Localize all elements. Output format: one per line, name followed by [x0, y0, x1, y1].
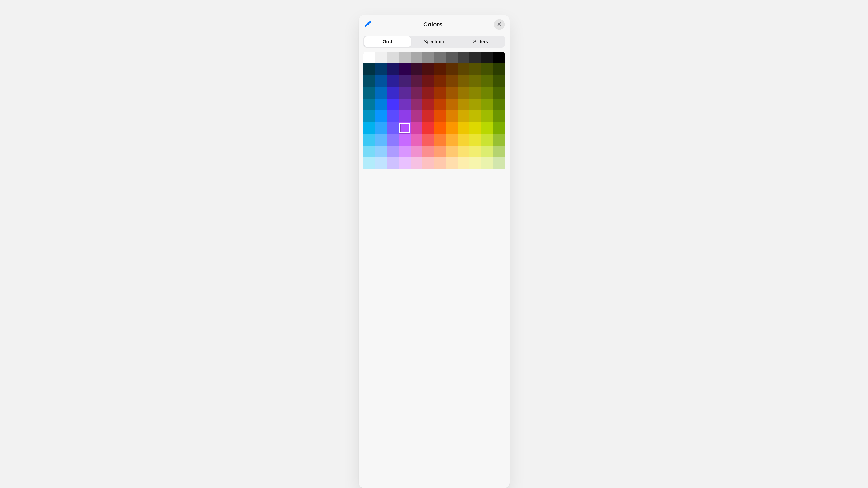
color-swatch[interactable] [446, 87, 458, 99]
color-swatch[interactable] [399, 87, 410, 99]
color-swatch[interactable] [469, 134, 481, 146]
color-swatch[interactable] [469, 158, 481, 169]
color-swatch[interactable] [399, 75, 410, 87]
color-swatch[interactable] [458, 52, 469, 63]
color-swatch[interactable] [446, 110, 458, 122]
color-swatch[interactable] [410, 158, 422, 169]
color-swatch[interactable] [458, 122, 469, 134]
tab-grid[interactable]: Grid [364, 36, 411, 47]
color-swatch[interactable] [481, 158, 493, 169]
color-swatch[interactable] [399, 158, 410, 169]
color-swatch[interactable] [481, 63, 493, 75]
color-swatch[interactable] [375, 146, 387, 158]
color-swatch[interactable] [493, 63, 504, 75]
color-swatch[interactable] [375, 134, 387, 146]
color-swatch[interactable] [399, 134, 410, 146]
color-swatch[interactable] [410, 110, 422, 122]
color-swatch[interactable] [364, 158, 375, 169]
color-swatch[interactable] [364, 134, 375, 146]
color-swatch[interactable] [375, 158, 387, 169]
color-swatch[interactable] [364, 146, 375, 158]
color-swatch[interactable] [493, 134, 504, 146]
color-swatch[interactable] [399, 122, 410, 134]
color-swatch[interactable] [375, 75, 387, 87]
color-swatch[interactable] [469, 122, 481, 134]
color-swatch[interactable] [446, 99, 458, 110]
eyedropper-button[interactable] [364, 20, 372, 29]
color-swatch[interactable] [410, 87, 422, 99]
color-swatch[interactable] [422, 52, 434, 63]
color-swatch[interactable] [364, 99, 375, 110]
color-swatch[interactable] [410, 63, 422, 75]
color-swatch[interactable] [434, 99, 446, 110]
color-swatch[interactable] [422, 75, 434, 87]
color-swatch[interactable] [375, 52, 387, 63]
color-swatch[interactable] [458, 63, 469, 75]
color-swatch[interactable] [493, 158, 504, 169]
color-swatch[interactable] [458, 110, 469, 122]
color-swatch[interactable] [422, 110, 434, 122]
color-swatch[interactable] [434, 146, 446, 158]
color-swatch[interactable] [434, 134, 446, 146]
color-swatch[interactable] [364, 87, 375, 99]
color-swatch[interactable] [387, 87, 399, 99]
color-swatch[interactable] [399, 146, 410, 158]
tab-spectrum[interactable]: Spectrum [411, 36, 457, 47]
color-swatch[interactable] [446, 75, 458, 87]
color-swatch[interactable] [375, 87, 387, 99]
color-swatch[interactable] [410, 75, 422, 87]
color-swatch[interactable] [458, 75, 469, 87]
color-swatch[interactable] [422, 87, 434, 99]
color-swatch[interactable] [399, 110, 410, 122]
color-swatch[interactable] [375, 110, 387, 122]
color-swatch[interactable] [493, 87, 504, 99]
color-swatch[interactable] [387, 75, 399, 87]
color-swatch[interactable] [410, 99, 422, 110]
color-swatch[interactable] [481, 146, 493, 158]
color-swatch[interactable] [399, 52, 410, 63]
color-swatch[interactable] [387, 158, 399, 169]
color-swatch[interactable] [446, 146, 458, 158]
color-swatch[interactable] [387, 110, 399, 122]
color-swatch[interactable] [481, 87, 493, 99]
color-swatch[interactable] [446, 63, 458, 75]
color-swatch[interactable] [422, 99, 434, 110]
color-swatch[interactable] [481, 122, 493, 134]
color-swatch[interactable] [375, 99, 387, 110]
color-swatch[interactable] [364, 122, 375, 134]
color-swatch[interactable] [469, 75, 481, 87]
color-swatch[interactable] [493, 146, 504, 158]
color-swatch[interactable] [446, 122, 458, 134]
color-swatch[interactable] [458, 99, 469, 110]
color-swatch[interactable] [410, 52, 422, 63]
color-swatch[interactable] [493, 75, 504, 87]
color-swatch[interactable] [410, 134, 422, 146]
color-swatch[interactable] [481, 52, 493, 63]
color-swatch[interactable] [469, 52, 481, 63]
color-swatch[interactable] [387, 134, 399, 146]
color-swatch[interactable] [387, 122, 399, 134]
color-swatch[interactable] [481, 99, 493, 110]
color-swatch[interactable] [364, 75, 375, 87]
color-swatch[interactable] [422, 63, 434, 75]
color-swatch[interactable] [493, 110, 504, 122]
color-swatch[interactable] [469, 99, 481, 110]
color-swatch[interactable] [446, 52, 458, 63]
color-swatch[interactable] [458, 134, 469, 146]
color-swatch[interactable] [387, 146, 399, 158]
color-swatch[interactable] [469, 87, 481, 99]
color-swatch[interactable] [481, 110, 493, 122]
color-swatch[interactable] [364, 52, 375, 63]
color-swatch[interactable] [364, 63, 375, 75]
color-swatch[interactable] [434, 110, 446, 122]
color-swatch[interactable] [481, 134, 493, 146]
color-swatch[interactable] [493, 122, 504, 134]
tab-sliders[interactable]: Sliders [458, 36, 504, 47]
color-swatch[interactable] [410, 122, 422, 134]
color-swatch[interactable] [387, 99, 399, 110]
color-swatch[interactable] [434, 122, 446, 134]
color-swatch[interactable] [481, 75, 493, 87]
color-swatch[interactable] [422, 146, 434, 158]
color-swatch[interactable] [434, 158, 446, 169]
color-swatch[interactable] [446, 158, 458, 169]
